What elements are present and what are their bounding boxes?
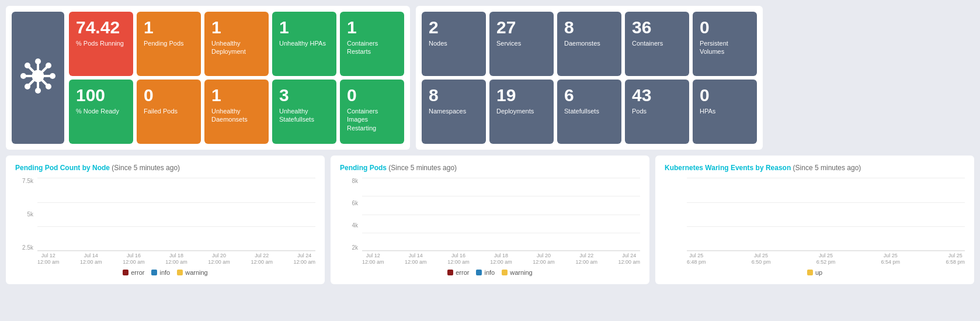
x-label: Jul 1812:00 am	[490, 253, 512, 265]
chart-title: Pending Pods (Since 5 minutes ago)	[340, 164, 640, 172]
metric-label: Pending Pods	[144, 39, 194, 47]
x-label: Jul 256:58 pm	[946, 253, 965, 265]
chart-card-0: Pending Pod Count by Node (Since 5 minut…	[6, 156, 325, 284]
bars-container	[362, 178, 640, 251]
bars-container	[687, 178, 965, 251]
metric-label: Unhealthy Statefullsets	[279, 107, 329, 124]
metric-tile-8[interactable]: 3Unhealthy Statefullsets	[272, 80, 336, 144]
x-axis: Jul 1212:00 amJul 1412:00 amJul 1612:00 …	[362, 253, 640, 265]
stat-tile-7[interactable]: 6Statefullsets	[557, 80, 621, 144]
x-label: Jul 1412:00 am	[405, 253, 427, 265]
x-label: Jul 2012:00 am	[533, 253, 555, 265]
y-label: 8k	[352, 178, 358, 184]
stat-tile-8[interactable]: 43Pods	[625, 80, 689, 144]
x-axis: Jul 1212:00 amJul 1412:00 amJul 1612:00 …	[37, 253, 315, 265]
stat-label: Nodes	[429, 39, 479, 47]
metric-value: 100	[76, 85, 126, 105]
metric-value: 1	[211, 18, 262, 37]
legend-item: warning	[177, 269, 208, 276]
stat-tile-2[interactable]: 8Daemonstes	[557, 12, 621, 76]
y-label: 4k	[352, 222, 358, 229]
stat-label: Containers	[632, 39, 682, 47]
svg-point-16	[25, 84, 30, 89]
chart-title: Pending Pod Count by Node (Since 5 minut…	[15, 164, 315, 172]
metric-value: 1	[347, 18, 397, 37]
stat-tile-9[interactable]: 0HPAs	[693, 80, 757, 144]
y-label: 2k	[352, 244, 358, 251]
legend-color	[476, 270, 482, 275]
grid-line	[362, 251, 640, 251]
metric-tile-4[interactable]: 1Containers Restarts	[340, 12, 404, 76]
stat-label: Namespaces	[429, 107, 479, 115]
chart-area: Jul 256:48 pmJul 256:50 pmJul 256:52 pmJ…	[665, 178, 965, 265]
stat-value: 2	[429, 18, 479, 37]
metric-value: 0	[347, 85, 397, 105]
stat-value: 27	[496, 18, 547, 37]
metric-label: Unhealthy Deployment	[211, 39, 262, 56]
stat-label: Pods	[632, 107, 682, 115]
x-label: Jul 2412:00 am	[618, 253, 640, 265]
stat-value: 6	[564, 85, 614, 105]
x-label: Jul 256:52 pm	[816, 253, 836, 265]
legend-color	[447, 270, 453, 275]
metric-value: 1	[144, 18, 194, 37]
stat-value: 43	[632, 85, 682, 105]
svg-point-12	[20, 73, 26, 79]
x-label: Jul 1412:00 am	[80, 253, 102, 265]
legend-color	[502, 270, 508, 275]
stat-tile-3[interactable]: 36Containers	[625, 12, 689, 76]
metric-tile-1[interactable]: 1Pending Pods	[137, 12, 201, 76]
metric-grid: 74.42% Pods Running1Pending Pods1Unhealt…	[69, 12, 404, 144]
stat-label: Services	[496, 39, 547, 47]
chart-legend: up	[665, 269, 965, 276]
x-label: Jul 2012:00 am	[208, 253, 230, 265]
stat-value: 0	[700, 18, 750, 37]
legend-label: warning	[185, 269, 208, 276]
y-label: 2.5k	[22, 244, 33, 251]
legend-label: warning	[510, 269, 533, 276]
bars-container	[37, 178, 315, 251]
stat-tile-6[interactable]: 19Deployments	[489, 80, 554, 144]
stats-panel: 2Nodes27Services8Daemonstes36Containers0…	[416, 6, 763, 150]
svg-point-17	[46, 84, 51, 89]
x-label: Jul 2212:00 am	[251, 253, 273, 265]
metric-tile-2[interactable]: 1Unhealthy Deployment	[204, 12, 269, 76]
metric-tile-5[interactable]: 100% Node Ready	[69, 80, 133, 144]
chart-legend: errorinfowarning	[340, 269, 640, 276]
x-label: Jul 256:54 pm	[881, 253, 901, 265]
x-label: Jul 2412:00 am	[293, 253, 315, 265]
metric-value: 0	[144, 85, 194, 105]
metric-tile-0[interactable]: 74.42% Pods Running	[69, 12, 133, 76]
metrics-panel: 74.42% Pods Running1Pending Pods1Unhealt…	[6, 6, 410, 150]
metric-value: 1	[279, 18, 329, 37]
legend-label: error	[131, 269, 144, 276]
stat-tile-4[interactable]: 0Persistent Volumes	[693, 12, 757, 76]
chart-card-2: Kubernetes Waring Events by Reason (Sinc…	[655, 156, 974, 284]
x-axis: Jul 256:48 pmJul 256:50 pmJul 256:52 pmJ…	[687, 253, 965, 265]
legend-item: error	[123, 269, 144, 276]
x-label: Jul 1812:00 am	[165, 253, 187, 265]
metric-label: Unhealthy Daemonsets	[211, 107, 262, 124]
metric-tile-6[interactable]: 0Failed Pods	[137, 80, 201, 144]
metric-tile-3[interactable]: 1Unhealthy HPAs	[272, 12, 336, 76]
legend-color	[123, 270, 128, 275]
stat-tile-5[interactable]: 8Namespaces	[422, 80, 486, 144]
stat-label: Daemonstes	[564, 39, 614, 47]
stat-value: 0	[700, 85, 750, 105]
x-label: Jul 1212:00 am	[37, 253, 60, 265]
stat-tile-1[interactable]: 27Services	[489, 12, 554, 76]
x-label: Jul 1212:00 am	[362, 253, 384, 265]
metric-tile-7[interactable]: 1Unhealthy Daemonsets	[204, 80, 269, 144]
metric-label: Containers Images Restarting	[347, 107, 397, 132]
metric-tile-9[interactable]: 0Containers Images Restarting	[340, 80, 404, 144]
x-label: Jul 1612:00 am	[123, 253, 145, 265]
helm-icon	[20, 58, 55, 98]
metric-label: % Pods Running	[76, 39, 126, 47]
stat-label: Statefullsets	[564, 107, 614, 115]
legend-label: up	[815, 269, 822, 276]
y-axis: 7.5k5k2.5k	[15, 178, 36, 251]
stat-tile-0[interactable]: 2Nodes	[422, 12, 486, 76]
chart-area: 8k6k4k2kJul 1212:00 amJul 1412:00 amJul …	[340, 178, 640, 265]
x-label: Jul 2212:00 am	[575, 253, 597, 265]
stat-value: 19	[496, 85, 547, 105]
